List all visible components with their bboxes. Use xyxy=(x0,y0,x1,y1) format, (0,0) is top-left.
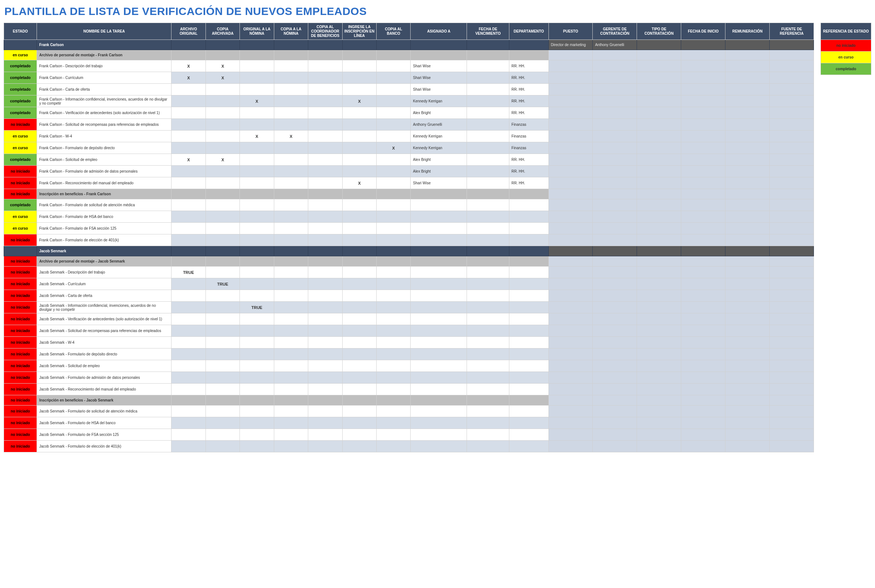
check-cell[interactable] xyxy=(171,166,205,177)
right-blank-cell[interactable] xyxy=(548,405,593,417)
right-blank-cell[interactable] xyxy=(548,384,593,395)
right-blank-cell[interactable] xyxy=(637,290,681,302)
right-blank-cell[interactable] xyxy=(637,177,681,189)
right-blank-cell[interactable] xyxy=(548,278,593,290)
check-cell[interactable] xyxy=(171,211,205,223)
check-cell[interactable] xyxy=(240,360,274,372)
check-cell[interactable] xyxy=(171,429,205,441)
check-cell[interactable] xyxy=(274,290,308,302)
right-blank-cell[interactable] xyxy=(593,177,637,189)
check-cell[interactable] xyxy=(308,60,342,72)
check-cell[interactable] xyxy=(171,223,205,234)
task-name-cell[interactable]: Jacob Senmark - Currículum xyxy=(37,278,171,290)
right-blank-cell[interactable] xyxy=(548,290,593,302)
right-blank-cell[interactable] xyxy=(637,142,681,154)
dept-cell[interactable] xyxy=(509,405,548,417)
check-cell[interactable] xyxy=(274,96,308,107)
check-cell[interactable] xyxy=(205,405,240,417)
right-blank-cell[interactable] xyxy=(725,177,770,189)
right-blank-cell[interactable] xyxy=(681,348,725,360)
right-blank-cell[interactable] xyxy=(637,278,681,290)
status-cell[interactable]: completado xyxy=(4,154,37,166)
duedate-cell[interactable] xyxy=(467,417,509,429)
check-cell[interactable] xyxy=(205,107,240,119)
check-cell[interactable] xyxy=(308,384,342,395)
right-blank-cell[interactable] xyxy=(593,119,637,130)
right-blank-cell[interactable] xyxy=(637,348,681,360)
check-cell[interactable]: X xyxy=(240,96,274,107)
check-cell[interactable] xyxy=(308,372,342,384)
right-blank-cell[interactable] xyxy=(681,72,725,84)
check-cell[interactable] xyxy=(342,166,376,177)
check-cell[interactable] xyxy=(205,223,240,234)
check-cell[interactable] xyxy=(342,384,376,395)
duedate-cell[interactable] xyxy=(467,348,509,360)
right-blank-cell[interactable] xyxy=(770,372,814,384)
right-blank-cell[interactable] xyxy=(681,223,725,234)
right-blank-cell[interactable] xyxy=(770,166,814,177)
right-blank-cell[interactable] xyxy=(770,107,814,119)
right-blank-cell[interactable] xyxy=(725,60,770,72)
status-cell[interactable]: en curso xyxy=(4,223,37,234)
check-cell[interactable]: TRUE xyxy=(205,278,240,290)
right-blank-cell[interactable] xyxy=(548,223,593,234)
right-blank-cell[interactable] xyxy=(548,417,593,429)
dept-cell[interactable] xyxy=(509,290,548,302)
right-blank-cell[interactable] xyxy=(681,384,725,395)
check-cell[interactable] xyxy=(308,441,342,452)
right-blank-cell[interactable] xyxy=(681,337,725,348)
check-cell[interactable] xyxy=(308,96,342,107)
right-blank-cell[interactable] xyxy=(593,199,637,211)
status-cell[interactable]: en curso xyxy=(4,50,37,60)
right-blank-cell[interactable] xyxy=(725,360,770,372)
right-blank-cell[interactable] xyxy=(593,372,637,384)
right-blank-cell[interactable] xyxy=(725,154,770,166)
check-cell[interactable] xyxy=(240,154,274,166)
right-blank-cell[interactable] xyxy=(770,84,814,96)
right-blank-cell[interactable] xyxy=(681,166,725,177)
assigned-cell[interactable] xyxy=(411,199,467,211)
check-cell[interactable] xyxy=(240,405,274,417)
check-cell[interactable] xyxy=(377,107,411,119)
duedate-cell[interactable] xyxy=(467,278,509,290)
right-blank-cell[interactable] xyxy=(681,372,725,384)
task-name-cell[interactable]: Frank Carlson - Formulario de solicitud … xyxy=(37,199,171,211)
check-cell[interactable] xyxy=(308,302,342,314)
assigned-cell[interactable] xyxy=(411,234,467,246)
right-blank-cell[interactable] xyxy=(637,360,681,372)
dept-cell[interactable] xyxy=(509,337,548,348)
check-cell[interactable] xyxy=(240,72,274,84)
check-cell[interactable] xyxy=(308,360,342,372)
right-blank-cell[interactable] xyxy=(593,223,637,234)
check-cell[interactable] xyxy=(377,314,411,325)
check-cell[interactable] xyxy=(171,348,205,360)
check-cell[interactable] xyxy=(342,84,376,96)
status-cell[interactable]: no iniciado xyxy=(4,429,37,441)
check-cell[interactable] xyxy=(274,177,308,189)
dept-cell[interactable] xyxy=(509,325,548,337)
right-blank-cell[interactable] xyxy=(637,302,681,314)
right-blank-cell[interactable] xyxy=(725,348,770,360)
check-cell[interactable] xyxy=(205,166,240,177)
status-cell[interactable]: no iniciado xyxy=(4,441,37,452)
right-blank-cell[interactable] xyxy=(548,199,593,211)
check-cell[interactable] xyxy=(171,107,205,119)
right-blank-cell[interactable] xyxy=(548,177,593,189)
right-blank-cell[interactable] xyxy=(637,130,681,142)
duedate-cell[interactable] xyxy=(467,302,509,314)
right-blank-cell[interactable] xyxy=(770,142,814,154)
right-blank-cell[interactable] xyxy=(681,325,725,337)
assigned-cell[interactable] xyxy=(411,302,467,314)
status-cell[interactable]: no iniciado xyxy=(4,384,37,395)
check-cell[interactable] xyxy=(240,166,274,177)
check-cell[interactable] xyxy=(205,441,240,452)
dept-cell[interactable] xyxy=(509,360,548,372)
right-blank-cell[interactable] xyxy=(725,223,770,234)
duedate-cell[interactable] xyxy=(467,84,509,96)
task-name-cell[interactable]: Frank Carlson - Formulario de admisión d… xyxy=(37,166,171,177)
assigned-cell[interactable]: Alex Bright xyxy=(411,166,467,177)
status-cell[interactable]: no iniciado xyxy=(4,234,37,246)
assigned-cell[interactable] xyxy=(411,290,467,302)
check-cell[interactable] xyxy=(308,84,342,96)
task-name-cell[interactable]: Frank Carlson - Descripción del trabajo xyxy=(37,60,171,72)
